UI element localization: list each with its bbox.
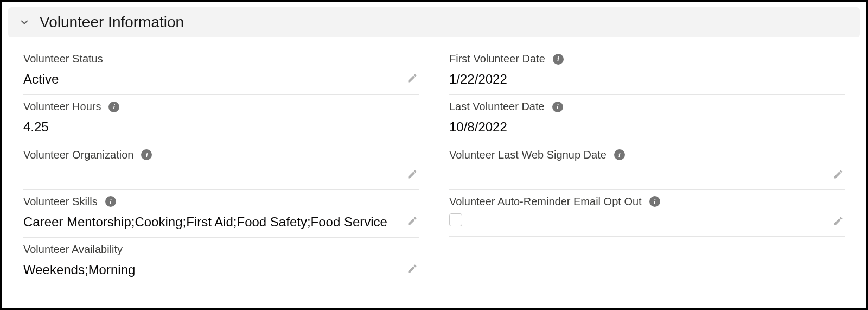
field-volunteer-status: Volunteer Status Active bbox=[23, 47, 419, 95]
section-title: Volunteer Information bbox=[40, 14, 184, 31]
pencil-icon[interactable] bbox=[832, 168, 845, 181]
section-header[interactable]: Volunteer Information bbox=[8, 7, 860, 37]
field-volunteer-organization: Volunteer Organization i bbox=[23, 143, 419, 190]
field-last-volunteer-date: Last Volunteer Date i 10/8/2022 bbox=[449, 95, 845, 143]
field-label: Volunteer Last Web Signup Date bbox=[449, 149, 607, 161]
volunteer-info-panel: Volunteer Information Volunteer Status A… bbox=[2, 2, 866, 308]
field-value: 4.25 bbox=[23, 118, 49, 136]
field-volunteer-skills: Volunteer Skills i Career Mentorship;Coo… bbox=[23, 190, 419, 238]
info-icon[interactable]: i bbox=[614, 149, 625, 160]
field-last-web-signup-date: Volunteer Last Web Signup Date i bbox=[449, 143, 845, 190]
left-column: Volunteer Status Active Volunteer Hours … bbox=[23, 47, 419, 286]
pencil-icon[interactable] bbox=[832, 214, 845, 227]
field-value: 10/8/2022 bbox=[449, 118, 507, 136]
pencil-icon[interactable] bbox=[406, 214, 419, 227]
info-icon[interactable]: i bbox=[552, 102, 563, 112]
field-value: Career Mentorship;Cooking;First Aid;Food… bbox=[23, 213, 387, 231]
field-value: Weekends;Morning bbox=[23, 261, 135, 279]
field-value: 1/22/2022 bbox=[449, 71, 507, 88]
pencil-icon[interactable] bbox=[406, 72, 419, 85]
field-label: Volunteer Skills bbox=[23, 195, 98, 208]
pencil-icon[interactable] bbox=[406, 168, 419, 181]
field-label: Volunteer Availability bbox=[23, 243, 123, 256]
field-first-volunteer-date: First Volunteer Date i 1/22/2022 bbox=[449, 47, 845, 95]
info-icon[interactable]: i bbox=[108, 102, 119, 112]
field-label: Volunteer Organization bbox=[23, 149, 133, 161]
field-columns: Volunteer Status Active Volunteer Hours … bbox=[8, 47, 860, 286]
right-column: First Volunteer Date i 1/22/2022 Last Vo… bbox=[449, 47, 845, 286]
pencil-icon[interactable] bbox=[406, 262, 419, 275]
opt-out-checkbox[interactable] bbox=[449, 213, 462, 226]
field-value: Active bbox=[23, 71, 59, 88]
info-icon[interactable]: i bbox=[105, 196, 116, 207]
field-label: Volunteer Status bbox=[23, 53, 103, 65]
info-icon[interactable]: i bbox=[141, 149, 152, 160]
field-label: Volunteer Hours bbox=[23, 100, 101, 113]
chevron-down-icon bbox=[18, 16, 31, 29]
field-label: Volunteer Auto-Reminder Email Opt Out bbox=[449, 195, 642, 208]
field-volunteer-hours: Volunteer Hours i 4.25 bbox=[23, 95, 419, 143]
info-icon[interactable]: i bbox=[553, 54, 564, 65]
info-icon[interactable]: i bbox=[649, 196, 660, 207]
field-label: Last Volunteer Date bbox=[449, 100, 545, 113]
field-volunteer-availability: Volunteer Availability Weekends;Morning bbox=[23, 238, 419, 285]
field-opt-out: Volunteer Auto-Reminder Email Opt Out i bbox=[449, 190, 845, 237]
field-label: First Volunteer Date bbox=[449, 53, 545, 65]
